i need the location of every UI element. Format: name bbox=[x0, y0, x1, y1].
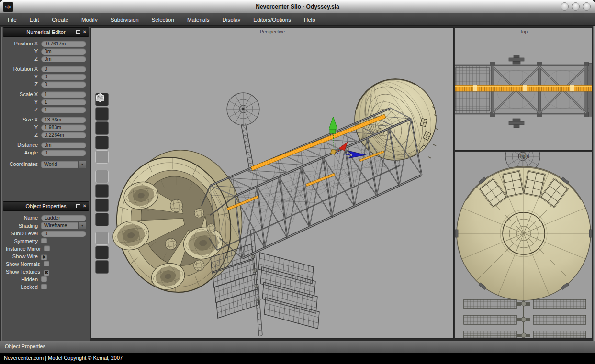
menu-bar: File Edit Create Modify Subdivision Sele… bbox=[0, 13, 595, 26]
menu-materials[interactable]: Materials bbox=[187, 17, 210, 22]
position-z-field[interactable] bbox=[41, 56, 86, 62]
rotation-y-field[interactable] bbox=[41, 74, 86, 80]
perspective-scene bbox=[91, 28, 453, 338]
shading-value: Wireframe bbox=[41, 222, 78, 229]
name-label: Name bbox=[6, 215, 41, 221]
angle-label: Angle bbox=[6, 150, 41, 155]
distance-label: Distance bbox=[6, 142, 41, 148]
right-viewport-label: Right bbox=[455, 154, 592, 159]
hidden-checkbox[interactable] bbox=[41, 276, 47, 282]
angle-field[interactable] bbox=[41, 150, 86, 156]
subd-level-label: SubD Level bbox=[6, 231, 41, 236]
face-mode-button[interactable] bbox=[95, 121, 109, 135]
edge-mode-button[interactable] bbox=[95, 107, 109, 121]
rotation-x-field[interactable] bbox=[41, 66, 86, 72]
locked-checkbox[interactable] bbox=[41, 284, 47, 289]
show-textures-label: Show Textures bbox=[6, 269, 44, 275]
show-normals-label: Show Normals bbox=[6, 261, 44, 267]
size-y-label: Y bbox=[6, 124, 41, 130]
position-x-field[interactable] bbox=[41, 41, 86, 47]
coordinates-dropdown[interactable]: World ▼ bbox=[41, 161, 86, 168]
rotation-x-label: Rotation X bbox=[6, 66, 41, 72]
move-tool-button[interactable] bbox=[95, 170, 109, 183]
panel-restore-icon[interactable] bbox=[76, 204, 80, 208]
menu-create[interactable]: Create bbox=[52, 17, 68, 22]
perspective-viewport[interactable]: Perspective bbox=[91, 27, 454, 339]
scale-y-label: Y bbox=[6, 99, 41, 105]
coordinates-label: Coordinates bbox=[6, 161, 41, 167]
app-window: s|o Nevercenter Silo - Odyssey.sia File … bbox=[0, 0, 595, 364]
side-panel-column: Numerical Editor ✕ Position X Y Z Rotati… bbox=[1, 27, 90, 341]
name-field[interactable] bbox=[41, 215, 86, 221]
position-x-label: Position X bbox=[6, 41, 41, 46]
window-close-button[interactable] bbox=[583, 2, 591, 11]
window-minimize-button[interactable] bbox=[561, 2, 569, 11]
title-bar[interactable]: s|o Nevercenter Silo - Odyssey.sia bbox=[0, 0, 595, 13]
menu-file[interactable]: File bbox=[8, 17, 17, 22]
shading-dropdown[interactable]: Wireframe ▼ bbox=[41, 222, 86, 229]
menu-edit[interactable]: Edit bbox=[30, 17, 39, 22]
object-mode-button[interactable] bbox=[95, 150, 109, 164]
size-z-label: Z bbox=[6, 132, 41, 138]
top-viewport-label: Top bbox=[455, 29, 592, 34]
rotation-y-label: Y bbox=[6, 74, 41, 79]
scale-x-label: Scale X bbox=[6, 91, 41, 97]
size-z-field[interactable] bbox=[41, 132, 86, 138]
viewport-toolbar bbox=[95, 93, 109, 275]
window-title: Nevercenter Silo - Odyssey.sia bbox=[0, 0, 595, 13]
subd-level-field[interactable] bbox=[41, 231, 86, 237]
symmetry-label: Symmetry bbox=[6, 238, 41, 244]
menu-subdivision[interactable]: Subdivision bbox=[111, 17, 139, 22]
right-viewport[interactable]: Right bbox=[455, 152, 593, 339]
panel-close-icon[interactable]: ✕ bbox=[83, 30, 87, 34]
shading-label: Shading bbox=[6, 223, 41, 229]
show-normals-checkbox[interactable] bbox=[44, 261, 49, 266]
menu-modify[interactable]: Modify bbox=[81, 17, 98, 22]
rotate-tool-button[interactable] bbox=[95, 184, 109, 198]
soft-select-button[interactable] bbox=[95, 260, 109, 274]
panel-close-icon[interactable]: ✕ bbox=[83, 204, 87, 209]
object-properties-panel: Object Properties ✕ Name Shading Wirefra… bbox=[3, 201, 89, 293]
numerical-editor-header[interactable]: Numerical Editor ✕ bbox=[3, 27, 89, 37]
menu-editors-options[interactable]: Editors/Options bbox=[253, 17, 291, 22]
lasso-select-button[interactable] bbox=[95, 232, 109, 245]
menu-selection[interactable]: Selection bbox=[152, 17, 174, 22]
window-maximize-button[interactable] bbox=[572, 2, 580, 11]
size-x-field[interactable] bbox=[41, 117, 86, 123]
window-right-border bbox=[593, 26, 595, 341]
top-viewport[interactable]: Top bbox=[455, 27, 593, 151]
distance-field[interactable] bbox=[41, 142, 86, 148]
locked-label: Locked bbox=[6, 284, 41, 290]
antenna-dish bbox=[227, 93, 259, 169]
scale-y-field[interactable] bbox=[41, 99, 86, 105]
copyright-bar: Nevercenter.com | Model Copyright © Kema… bbox=[0, 353, 595, 364]
scale-z-field[interactable] bbox=[41, 107, 86, 113]
status-text: Object Properties bbox=[5, 343, 45, 349]
menu-display[interactable]: Display bbox=[223, 17, 241, 22]
coordinates-value: World bbox=[41, 161, 78, 168]
chevron-down-icon[interactable]: ▼ bbox=[78, 222, 86, 229]
numerical-editor-panel: Numerical Editor ✕ Position X Y Z Rotati… bbox=[3, 27, 89, 170]
show-wire-label: Show Wire bbox=[6, 254, 41, 259]
scale-x-field[interactable] bbox=[41, 91, 86, 98]
size-x-label: Size X bbox=[6, 117, 41, 122]
scale-z-label: Z bbox=[6, 107, 41, 112]
symmetry-checkbox[interactable] bbox=[41, 238, 47, 243]
object-properties-header[interactable]: Object Properties ✕ bbox=[3, 201, 89, 211]
rotation-z-field[interactable] bbox=[41, 81, 86, 88]
chevron-down-icon[interactable]: ▼ bbox=[78, 161, 86, 168]
copyright-text: Nevercenter.com | Model Copyright © Kema… bbox=[4, 355, 123, 361]
instance-mirror-checkbox[interactable] bbox=[44, 245, 50, 251]
hidden-label: Hidden bbox=[6, 276, 41, 282]
universal-manipulator-button[interactable] bbox=[95, 213, 109, 226]
right-view-sphere bbox=[455, 166, 592, 300]
rect-select-button[interactable] bbox=[95, 246, 109, 259]
position-y-field[interactable] bbox=[41, 48, 86, 55]
position-y-label: Y bbox=[6, 48, 41, 54]
status-bar: Object Properties bbox=[0, 341, 595, 353]
scale-tool-button[interactable] bbox=[95, 199, 109, 212]
panel-restore-icon[interactable] bbox=[76, 30, 80, 34]
size-y-field[interactable] bbox=[41, 124, 86, 131]
multi-mode-button[interactable] bbox=[95, 136, 109, 149]
menu-help[interactable]: Help bbox=[304, 17, 315, 22]
